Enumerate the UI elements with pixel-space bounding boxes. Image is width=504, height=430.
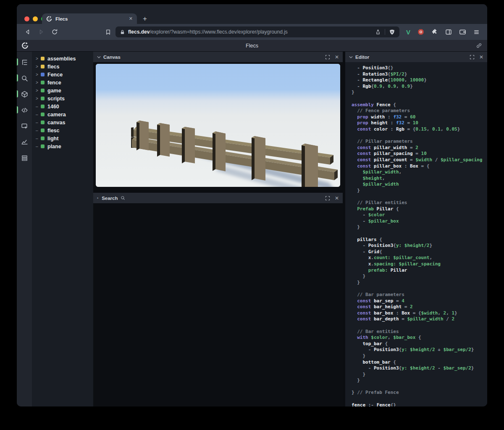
url-domain: flecs.dev <box>128 29 150 35</box>
reload-button[interactable] <box>50 27 60 37</box>
chevron-down-icon[interactable] <box>97 56 101 58</box>
code-line: const bar_height = 2 <box>352 304 487 310</box>
collapse-dot-icon[interactable]: • <box>97 196 98 200</box>
share-link-icon[interactable] <box>476 42 482 49</box>
code-line: - Rgb{0.9, 0.9, 0.9} <box>352 84 487 90</box>
code-line: - Grid{ <box>352 249 487 255</box>
leaf-dash-icon: – <box>36 104 41 109</box>
entity-tree: >assemblies>flecs>Fence>fence>game>scrip… <box>32 52 93 406</box>
rail-scene-cube-icon[interactable] <box>17 86 32 102</box>
leaf-dash-icon: – <box>36 144 41 149</box>
wallet-icon[interactable] <box>459 29 466 35</box>
back-button[interactable] <box>23 27 33 37</box>
code-line: // Bar entities <box>352 329 487 335</box>
screen: { "browser": { "tab": {"title": "Flecs"}… <box>0 0 504 430</box>
expand-arrow-icon[interactable]: > <box>36 96 41 101</box>
code-line: const pillar_box : Box = { <box>352 163 487 170</box>
tree-item[interactable]: –flesc <box>32 126 93 134</box>
forward-button[interactable] <box>36 27 46 37</box>
tree-item-label: 1460 <box>47 104 59 110</box>
brave-shield-icon[interactable] <box>389 29 395 35</box>
close-window-button[interactable] <box>24 16 29 21</box>
app-body: >assemblies>flecs>Fence>fence>game>scrip… <box>17 52 487 406</box>
share-icon[interactable] <box>375 29 381 35</box>
entity-kind-square <box>41 105 45 108</box>
code-line: // Pillar parameters <box>352 139 487 145</box>
expand-arrow-icon[interactable]: > <box>36 88 41 93</box>
entity-kind-square <box>41 144 45 148</box>
canvas-panel-header: Canvas ✕ <box>93 52 343 62</box>
browser-tab[interactable]: Flecs ✕ <box>42 13 137 24</box>
code-line: assembly Fence { <box>352 102 487 108</box>
code-line: } <box>352 188 487 194</box>
tree-item[interactable]: >Fence <box>32 71 93 79</box>
rail-data-tables-icon[interactable] <box>17 150 32 166</box>
code-line <box>352 286 487 292</box>
tree-item[interactable]: –1460 <box>32 102 93 110</box>
code-line: - Position3{y: $height/2} <box>352 243 487 249</box>
tree-item[interactable]: –plane <box>32 142 93 150</box>
search-panel-header: • Search ✕ <box>93 193 343 203</box>
entity-kind-square <box>41 136 45 140</box>
entity-kind-square <box>41 65 45 68</box>
code-line: } <box>352 353 487 359</box>
entity-kind-square <box>41 57 45 60</box>
editor-panel-title: Editor <box>355 55 369 60</box>
tree-item[interactable]: >assemblies <box>32 55 93 63</box>
rail-entity-tree-icon[interactable] <box>17 54 32 70</box>
tab-close-icon[interactable]: ✕ <box>129 16 133 21</box>
expand-arrow-icon[interactable]: > <box>36 80 41 85</box>
code-line: top_bar { <box>352 341 487 347</box>
rail-search-icon[interactable] <box>17 70 32 86</box>
code-line: } <box>352 378 487 384</box>
tree-item-label: scripts <box>47 96 65 102</box>
chevron-down-icon[interactable] <box>349 56 353 58</box>
tree-item[interactable]: >fence <box>32 79 93 87</box>
code-line: with $color, $bar_box { <box>352 335 487 341</box>
red-hex-extension-icon[interactable] <box>417 29 424 35</box>
code-line: pillars { <box>352 237 487 243</box>
code-line: const bar_sep = 4 <box>352 298 487 304</box>
tree-item[interactable]: –camera <box>32 110 93 118</box>
flecs-explorer-app: Flecs <box>17 40 487 406</box>
address-bar[interactable]: flecs.dev /explorer/?wasm=https://www.fl… <box>116 26 399 37</box>
leaf-dash-icon: – <box>36 120 41 125</box>
code-line: bottom_bar { <box>352 359 487 366</box>
bookmark-icon[interactable] <box>105 29 111 35</box>
sidebar-toggle-icon[interactable] <box>445 29 452 35</box>
new-tab-button[interactable]: + <box>143 13 147 24</box>
code-line <box>352 231 487 237</box>
code-line: prop height : f32 = 10 <box>352 120 487 126</box>
code-line: prop width : f32 = 60 <box>352 114 487 121</box>
tree-item[interactable]: >game <box>32 87 93 94</box>
fullscreen-icon[interactable] <box>325 55 330 60</box>
rail-code-icon[interactable] <box>17 102 32 118</box>
code-line: } <box>352 273 487 280</box>
expand-arrow-icon[interactable]: > <box>36 72 41 77</box>
vue-devtools-icon[interactable]: V <box>406 29 410 36</box>
extensions-puzzle-icon[interactable] <box>431 29 438 35</box>
fullscreen-icon[interactable] <box>470 55 475 60</box>
entity-kind-square <box>41 97 45 100</box>
tree-item[interactable]: –light <box>32 134 93 142</box>
tree-item[interactable]: >scripts <box>32 94 93 102</box>
rail-stats-icon[interactable] <box>17 134 32 150</box>
entity-kind-square <box>41 89 45 92</box>
minimize-window-button[interactable] <box>33 16 38 21</box>
close-panel-icon[interactable]: ✕ <box>335 195 339 201</box>
fullscreen-icon[interactable] <box>325 196 330 201</box>
close-panel-icon[interactable]: ✕ <box>479 54 483 60</box>
expand-arrow-icon[interactable]: > <box>36 64 41 69</box>
tree-item-label: Fence <box>47 72 63 78</box>
entity-kind-square <box>41 81 45 84</box>
menu-icon[interactable] <box>473 29 480 35</box>
tree-item[interactable]: –canvas <box>32 118 93 126</box>
tree-item[interactable]: >flecs <box>32 63 93 71</box>
editor-panel: Editor ✕ - Position3{} - Rotation3{$PI/2… <box>345 52 487 406</box>
editor-code[interactable]: - Position3{} - Rotation3{$PI/2} - Recta… <box>345 62 487 406</box>
close-panel-icon[interactable]: ✕ <box>335 54 339 60</box>
rail-inspector-icon[interactable] <box>17 118 32 134</box>
expand-arrow-icon[interactable]: > <box>36 56 41 61</box>
icon-rail <box>17 52 32 406</box>
scene-canvas[interactable] <box>96 64 340 187</box>
